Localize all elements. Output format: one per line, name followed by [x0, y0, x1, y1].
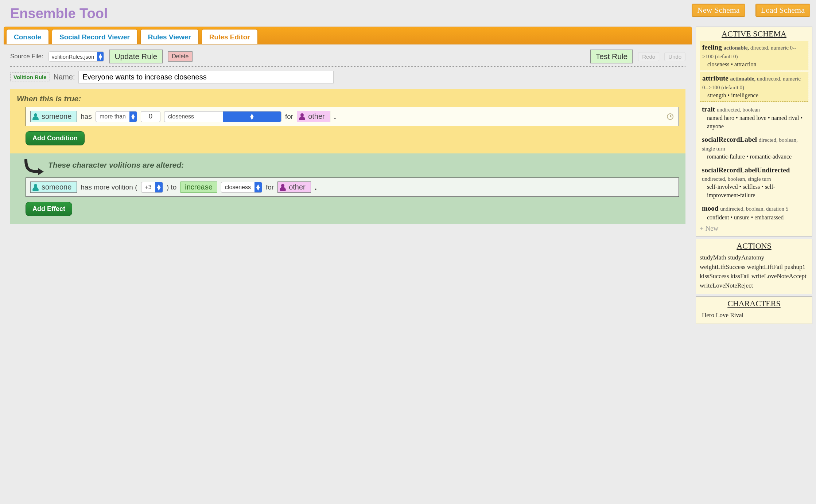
chevron-updown-icon: ▲▼	[129, 112, 137, 122]
test-rule-button[interactable]: Test Rule	[590, 50, 633, 63]
update-rule-button[interactable]: Update Rule	[109, 50, 163, 63]
delta-select[interactable]: +3 ▲▼	[141, 182, 163, 193]
actions-title: ACTIONS	[700, 241, 808, 251]
value-input[interactable]: 0	[141, 111, 160, 122]
effect-attribute-select[interactable]: closeness ▲▼	[221, 182, 262, 193]
source-file-select[interactable]: volitionRules.json ▲▼	[48, 51, 104, 62]
effect-first-value: someone	[42, 183, 71, 191]
delete-rule-button[interactable]: Delete	[168, 51, 193, 62]
effect-attribute-value: closeness	[221, 183, 254, 192]
redo-button[interactable]: Redo	[638, 52, 659, 61]
chevron-updown-icon: ▲▼	[254, 182, 262, 192]
period: .	[315, 183, 317, 192]
characters-list: Hero Love Rival	[700, 310, 808, 320]
new-schema-button[interactable]: New Schema	[692, 4, 745, 17]
condition-row: someone has more than ▲▼ 0 closeness ▲▼ …	[26, 107, 679, 126]
tab-rules-editor[interactable]: Rules Editor	[202, 29, 258, 44]
attribute-value: closeness	[164, 112, 223, 121]
condition-first-value: someone	[42, 112, 71, 121]
schema-entry[interactable]: socialRecordLabel directed, boolean, sin…	[700, 133, 808, 162]
person-icon	[32, 184, 39, 191]
delta-value: +3	[141, 183, 155, 192]
comparator-select[interactable]: more than ▲▼	[96, 111, 137, 122]
characters-card: CHARACTERS Hero Love Rival	[696, 296, 812, 324]
name-label: Name:	[54, 73, 75, 81]
undo-button[interactable]: Undo	[664, 52, 685, 61]
condition-second-value: other	[308, 112, 325, 121]
rule-type-chip: Volition Rule	[10, 72, 50, 82]
chevron-updown-icon: ▲▼	[155, 182, 163, 192]
condition-first-chip[interactable]: someone	[30, 111, 77, 122]
conditions-panel: When this is true: someone has more than…	[10, 89, 685, 153]
conditions-title: When this is true:	[17, 94, 679, 103]
tab-social-record-viewer[interactable]: Social Record Viewer	[52, 29, 137, 44]
tab-rules-viewer[interactable]: Rules Viewer	[140, 29, 199, 44]
text-to: ) to	[167, 183, 176, 191]
clock-icon[interactable]	[667, 113, 673, 120]
tab-console[interactable]: Console	[6, 29, 49, 44]
word-for: for	[266, 183, 274, 191]
person-icon	[299, 113, 306, 120]
schema-entry[interactable]: attribute actionable, undirected, numeri…	[700, 72, 808, 101]
person-icon	[32, 113, 39, 120]
source-file-label: Source File:	[10, 53, 43, 60]
active-schema-card: ACTIVE SCHEMA feeling actionable, direct…	[696, 27, 812, 237]
text-has-more-volition: has more volition (	[81, 183, 137, 191]
add-effect-button[interactable]: Add Effect	[26, 202, 72, 216]
direction-chip[interactable]: increase	[180, 181, 217, 193]
add-condition-button[interactable]: Add Condition	[26, 131, 85, 145]
effects-panel: These character volitions are altered: s…	[10, 153, 685, 224]
chevron-updown-icon: ▲▼	[223, 112, 281, 122]
actions-list: studyMath studyAnatomy weightLiftSuccess…	[700, 253, 808, 290]
chevron-updown-icon: ▲▼	[97, 52, 104, 61]
add-schema-button[interactable]: + New	[700, 224, 808, 233]
condition-second-chip[interactable]: other	[297, 111, 330, 122]
load-schema-button[interactable]: Load Schema	[755, 4, 810, 17]
schema-entry[interactable]: socialRecordLabelUndirected undirected, …	[700, 164, 808, 201]
attribute-select[interactable]: closeness ▲▼	[164, 111, 281, 122]
rule-name-input[interactable]	[78, 71, 334, 83]
schema-entry[interactable]: mood undirected, boolean, duration 5conf…	[700, 202, 808, 223]
divider	[10, 66, 685, 67]
word-has: has	[81, 113, 92, 121]
source-file-value: volitionRules.json	[49, 52, 97, 61]
effect-second-value: other	[289, 183, 306, 191]
arrow-icon	[20, 159, 46, 177]
characters-title: CHARACTERS	[700, 299, 808, 308]
active-schema-title: ACTIVE SCHEMA	[700, 29, 808, 39]
app-title: Ensemble Tool	[10, 6, 108, 22]
effect-row: someone has more volition ( +3 ▲▼ ) to i…	[26, 177, 679, 197]
comparator-value: more than	[96, 112, 129, 121]
effects-title: These character volitions are altered:	[48, 161, 679, 169]
effect-first-chip[interactable]: someone	[30, 181, 77, 193]
schema-entry[interactable]: feeling actionable, directed, numeric 0-…	[700, 41, 808, 70]
effect-second-chip[interactable]: other	[277, 181, 311, 193]
tab-strip: Console Social Record Viewer Rules Viewe…	[4, 27, 692, 44]
actions-card: ACTIONS studyMath studyAnatomy weightLif…	[696, 239, 812, 294]
person-icon	[279, 184, 287, 191]
period: .	[334, 112, 336, 121]
word-for: for	[285, 113, 293, 121]
schema-entry[interactable]: trait undirected, booleannamed hero • na…	[700, 103, 808, 132]
